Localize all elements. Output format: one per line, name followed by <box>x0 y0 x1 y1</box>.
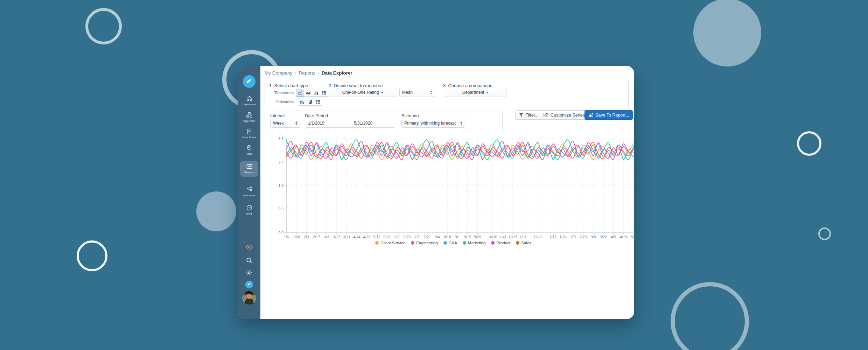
sidebar-item-dashboard[interactable]: Dashboard <box>239 95 259 106</box>
settings-gear-icon[interactable] <box>246 269 253 278</box>
filter-button-label: Filter... <box>525 113 539 118</box>
table-icon <box>316 100 321 104</box>
legend-item-client-service[interactable]: Client Service <box>375 241 405 245</box>
x-tick-label: 1/12 <box>550 235 557 239</box>
bar-chart-icon <box>300 100 304 104</box>
save-to-report-button-label: Save To Report... <box>595 113 629 118</box>
legend-item-sales[interactable]: Sales <box>516 241 531 245</box>
sidebar-item-more[interactable]: More <box>239 204 259 215</box>
interval-select[interactable]: Week <box>270 119 300 128</box>
breadcrumb-separator: › <box>295 71 296 76</box>
x-tick-label: 5/12 <box>373 235 381 239</box>
up-down-arrows-icon <box>460 121 462 125</box>
line-chart-icon <box>298 91 303 95</box>
legend-label: Sales <box>521 241 531 245</box>
pie-chart-icon <box>308 100 313 104</box>
chart-legend: Client ServiceEngineeringG&AMarketingPro… <box>270 241 637 245</box>
x-tick-label: 6/23 <box>404 235 411 239</box>
legend-label: Product <box>496 241 510 245</box>
aggregation-select[interactable]: Mean <box>399 88 435 97</box>
breadcrumb-my-company[interactable]: My Company <box>265 70 293 76</box>
decorative-circle <box>693 0 761 66</box>
crosstab-table-type-button[interactable] <box>314 98 322 106</box>
map-pin-icon <box>246 145 252 151</box>
x-tick-label: 8/18 <box>444 235 451 239</box>
line-chart-type-button[interactable] <box>296 89 304 97</box>
user-avatar[interactable] <box>242 290 256 304</box>
org-chart-icon <box>246 112 253 118</box>
legend-label: Engineering <box>416 241 438 245</box>
decorative-circle <box>818 227 831 240</box>
area-chart-type-button[interactable] <box>304 89 312 97</box>
pie-chart-type-button[interactable] <box>306 98 314 106</box>
measure-value: One-on-One Rating <box>342 90 379 95</box>
chart-builder-card: 1. Select chart type Timeseries <box>265 80 629 109</box>
breadcrumb-reports[interactable]: Reports <box>299 70 315 76</box>
view-mode-eye-icon[interactable] <box>246 244 253 251</box>
sidebar: Dashboard Org Chart Data Sheet Map <box>238 66 260 319</box>
app-window: Dashboard Org Chart Data Sheet Map <box>238 66 634 319</box>
breadcrumb-separator: › <box>318 71 319 76</box>
chevron-down-icon <box>486 92 489 93</box>
x-tick-label: 8/4 <box>435 235 440 239</box>
x-tick-label: 9/29 <box>474 235 481 239</box>
chevron-down-icon <box>381 92 384 93</box>
x-tick-label: 12/22 <box>533 235 542 239</box>
help-logo-icon[interactable] <box>245 281 253 288</box>
filter-button[interactable]: Filter... <box>515 110 542 120</box>
scenario-select[interactable]: Primary, with hiring forecast <box>401 119 465 128</box>
x-tick-label: 9/15 <box>464 235 471 239</box>
sidebar-item-scenarios[interactable]: Scenarios <box>239 186 259 197</box>
legend-color-dot <box>491 241 495 245</box>
x-tick-label: 12/1 <box>519 235 526 239</box>
sidebar-item-map[interactable]: Map <box>239 145 259 155</box>
x-tick-label: 4/5 <box>611 235 616 239</box>
decorative-circle <box>797 131 821 156</box>
area-chart-icon <box>306 91 311 95</box>
charthop-logo[interactable] <box>243 75 255 88</box>
decorative-circle <box>85 8 122 44</box>
crosstabs-chart-type-group <box>298 98 322 106</box>
save-to-report-button[interactable]: Save To Report... <box>584 110 633 120</box>
legend-label: Marketing <box>468 241 486 245</box>
date-start-input[interactable] <box>305 119 351 128</box>
x-tick-label: 3/31 <box>343 235 350 239</box>
interval-label: Interval <box>270 113 285 118</box>
bar-chart-type-button[interactable] <box>298 98 306 106</box>
legend-item-marketing[interactable]: Marketing <box>463 241 486 245</box>
table-chart-type-button[interactable] <box>320 89 328 97</box>
legend-item-engineering[interactable]: Engineering <box>411 241 438 245</box>
timeseries-chart-type-group <box>296 89 328 97</box>
timeseries-label: Timeseries <box>271 91 294 95</box>
x-tick-label: 10/20 <box>488 235 497 239</box>
scenario-label: Scenario <box>401 113 419 118</box>
step3-title: 3. Choose a comparison <box>443 83 492 88</box>
up-down-arrows-icon <box>430 91 432 94</box>
x-tick-label: 2/23 <box>580 235 587 239</box>
comparison-dropdown[interactable]: Department <box>445 88 506 97</box>
sidebar-item-org-chart[interactable]: Org Chart <box>239 112 259 122</box>
legend-item-g-a[interactable]: G&A <box>443 241 457 245</box>
x-tick-label: 3/17 <box>333 235 341 239</box>
reports-chart-icon <box>246 163 253 170</box>
legend-label: G&A <box>449 241 457 245</box>
more-ellipsis-icon <box>246 204 253 211</box>
measure-dropdown[interactable]: One-on-One Rating <box>329 88 397 97</box>
sidebar-item-data-sheet[interactable]: Data Sheet <box>239 128 259 139</box>
column-chart-type-button[interactable] <box>312 89 320 97</box>
y-tick-label: 0.0 <box>278 231 284 235</box>
date-period-label: Date Period <box>305 113 328 118</box>
date-end-input[interactable] <box>351 119 395 128</box>
search-icon[interactable] <box>246 257 253 265</box>
x-tick-label: 11/3 <box>499 235 506 239</box>
legend-color-dot <box>516 241 519 245</box>
save-report-chart-icon <box>588 113 593 117</box>
aggregation-value: Mean <box>402 90 413 95</box>
legend-label: Client Service <box>380 241 405 245</box>
dot-column-chart-icon <box>314 91 318 95</box>
sidebar-item-reports[interactable]: Reports <box>239 163 259 174</box>
y-tick-label: 3.6 <box>278 136 284 141</box>
crosstabs-label: Crosstabs <box>271 100 294 104</box>
legend-item-product[interactable]: Product <box>491 241 510 245</box>
x-tick-label: 1/6 <box>284 235 289 239</box>
